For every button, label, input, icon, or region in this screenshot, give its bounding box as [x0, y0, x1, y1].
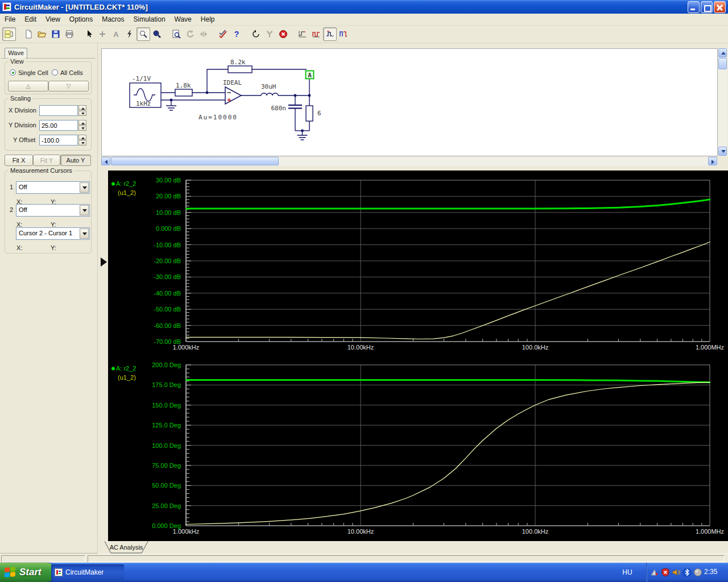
y-offset-spinner[interactable]	[78, 135, 86, 146]
resistor-feedback[interactable]: 8.2k	[228, 59, 252, 73]
print-preview-button[interactable]	[169, 27, 183, 41]
delete-tool-button[interactable]	[123, 27, 136, 41]
fit-y-button[interactable]: Fit Y	[33, 155, 60, 166]
cell-up-button[interactable]: △	[8, 81, 48, 92]
tab-wave[interactable]: Wave	[5, 48, 27, 58]
menu-help[interactable]: Help	[196, 14, 220, 24]
all-cells-radio[interactable]	[52, 69, 58, 76]
help-button[interactable]: ?	[230, 27, 243, 41]
digital-waveforms-button[interactable]	[309, 27, 323, 41]
menu-file[interactable]: File	[0, 14, 20, 24]
all-cells-label[interactable]: All Cells	[60, 69, 83, 76]
scroll-down-button[interactable]	[718, 147, 727, 156]
restore-button[interactable]	[701, 1, 713, 13]
pointing-device-icon[interactable]	[650, 568, 659, 577]
cursor1-select[interactable]: Off	[16, 181, 90, 194]
ac-analysis-tab[interactable]: AC Analysis	[104, 541, 150, 554]
hscroll-thumb[interactable]	[111, 157, 279, 165]
resistor-load[interactable]: 6	[306, 106, 321, 121]
save-file-button[interactable]	[49, 27, 63, 41]
menu-wave[interactable]: Wave	[170, 14, 196, 24]
svg-text:25.00 Deg: 25.00 Deg	[152, 502, 181, 509]
taskbar-task-circuitmaker[interactable]: CircuitMaker	[51, 564, 124, 580]
cursor-diff-dropdown-icon[interactable]	[80, 228, 89, 239]
scroll-up-button[interactable]	[718, 48, 727, 57]
place-part-button[interactable]	[96, 27, 109, 41]
menu-edit[interactable]: Edit	[20, 14, 41, 24]
new-file-button[interactable]	[22, 27, 35, 41]
capacitor[interactable]: 680n	[271, 105, 303, 112]
zoom-window-button[interactable]	[136, 27, 150, 41]
menu-view[interactable]: View	[41, 14, 65, 24]
measurement-cursors-group: Measurement Cursors 1 Off X: Y: 2 Off X:…	[5, 171, 92, 253]
setup-tools-button[interactable]	[263, 27, 276, 41]
svg-text:-40.00 dB: -40.00 dB	[154, 290, 181, 297]
rotate-button[interactable]	[183, 27, 197, 41]
cursor2-select[interactable]: Off	[16, 204, 90, 217]
select-arrow-button[interactable]	[82, 27, 96, 41]
x-division-spinner[interactable]	[78, 105, 86, 116]
cursor1-index: 1	[10, 184, 13, 190]
cursor1-dropdown-icon[interactable]	[80, 182, 89, 193]
transient-setup-button[interactable]	[296, 27, 309, 41]
reset-button[interactable]	[249, 27, 263, 41]
open-file-button[interactable]	[35, 27, 49, 41]
scroll-right-button[interactable]	[708, 157, 717, 165]
scroll-left-button[interactable]	[101, 157, 110, 165]
capacitor-label: 680n	[271, 105, 287, 112]
inductor[interactable]: 30uH	[261, 83, 278, 95]
single-cell-label[interactable]: Single Cell	[18, 69, 48, 76]
title-bar[interactable]: CircuitMaker - [UNTITLED.CKT* 110%]	[0, 0, 728, 14]
signal-source[interactable]: -1/1V 1kHz	[130, 75, 161, 107]
cursor-diff-select[interactable]: Cursor 2 - Cursor 1	[16, 227, 90, 240]
schematic-canvas[interactable]: -1/1V 1kHz 1.8k 8.2k IDEAL Au=10000 30uH	[101, 48, 718, 156]
text-tool-button[interactable]: A	[109, 27, 123, 41]
preview-page-icon	[172, 30, 181, 39]
cursor2-dropdown-icon[interactable]	[80, 205, 89, 215]
schematic-vscrollbar[interactable]	[718, 48, 727, 156]
waveform-plot-area[interactable]: 1.000kHz10.00kHz100.0kHz1.000MHz30.00 dB…	[108, 171, 728, 541]
security-alert-icon[interactable]	[661, 568, 670, 577]
menu-macros[interactable]: Macros	[97, 14, 129, 24]
zoom-in-button[interactable]	[150, 27, 164, 41]
svg-text:-10.00 dB: -10.00 dB	[154, 242, 181, 248]
probe-a[interactable]: A	[306, 71, 314, 79]
expand-button[interactable]	[197, 27, 210, 41]
bluetooth-icon[interactable]	[682, 568, 692, 577]
minimize-button[interactable]	[688, 1, 700, 13]
x-division-input[interactable]	[39, 105, 78, 116]
auto-y-button[interactable]: Auto Y	[60, 155, 91, 166]
start-button[interactable]: Start	[0, 563, 55, 582]
schematic-hscrollbar[interactable]	[101, 157, 718, 166]
single-cell-radio[interactable]	[10, 69, 16, 76]
taskbar-clock: 2:35	[704, 568, 717, 576]
vscroll-thumb[interactable]	[718, 58, 727, 69]
cell-down-button[interactable]: ▽	[48, 81, 89, 92]
menu-simulation[interactable]: Simulation	[129, 14, 170, 24]
y-division-spinner[interactable]	[78, 120, 86, 131]
y-division-input[interactable]	[39, 120, 78, 131]
svg-text:1.000MHz: 1.000MHz	[696, 528, 724, 535]
check-probe-button[interactable]	[216, 27, 230, 41]
audio-device-icon[interactable]	[693, 568, 702, 577]
svg-text:150.0 Deg: 150.0 Deg	[152, 402, 181, 409]
part-browser-button[interactable]	[2, 27, 16, 41]
plots-svg: 1.000kHz10.00kHz100.0kHz1.000MHz30.00 dB…	[108, 171, 728, 541]
rotate-icon	[185, 30, 195, 39]
part-browser-icon	[5, 30, 14, 39]
analog-waveforms-button[interactable]	[337, 27, 350, 41]
mixed-waveforms-button[interactable]	[323, 27, 337, 41]
panel-splitter[interactable]	[98, 166, 108, 554]
stop-simulation-button[interactable]	[276, 27, 290, 41]
fit-x-button[interactable]: Fit X	[5, 155, 33, 166]
close-button[interactable]	[714, 1, 726, 13]
resistor-input[interactable]: 1.8k	[175, 82, 192, 96]
collapse-arrow-icon[interactable]	[101, 257, 107, 267]
volume-icon[interactable]	[672, 568, 681, 577]
language-indicator[interactable]: HU	[618, 567, 637, 578]
y-offset-input[interactable]	[39, 135, 78, 146]
system-tray	[650, 568, 702, 577]
svg-text:?: ?	[234, 30, 239, 39]
menu-options[interactable]: Options	[65, 14, 97, 24]
print-button[interactable]	[63, 27, 76, 41]
